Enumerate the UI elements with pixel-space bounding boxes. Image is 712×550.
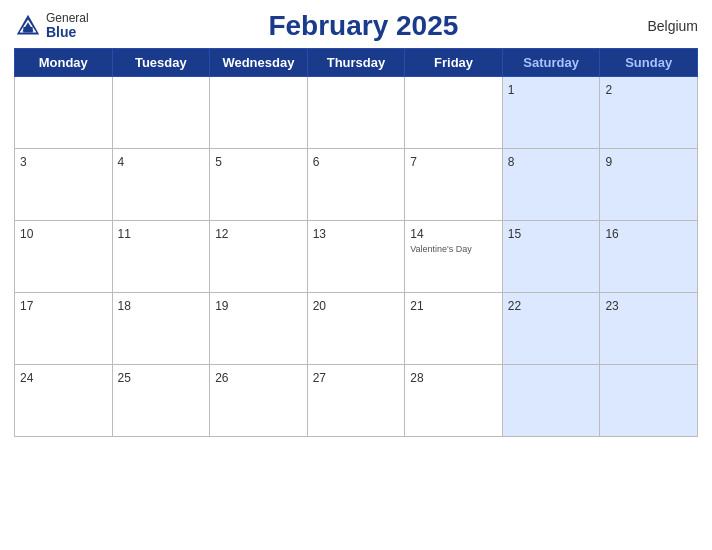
calendar-title: February 2025 xyxy=(89,10,638,42)
day-number: 14 xyxy=(410,227,423,241)
day-number: 15 xyxy=(508,227,521,241)
day-number: 16 xyxy=(605,227,618,241)
col-sunday: Sunday xyxy=(600,49,698,77)
day-number: 8 xyxy=(508,155,515,169)
week-row-5: 2425262728 xyxy=(15,365,698,437)
country-label: Belgium xyxy=(638,18,698,34)
day-number: 10 xyxy=(20,227,33,241)
day-cell[interactable]: 15 xyxy=(502,221,600,293)
day-cell[interactable]: 27 xyxy=(307,365,405,437)
day-cell[interactable]: 21 xyxy=(405,293,503,365)
logo-general-label: General xyxy=(46,12,89,25)
day-cell[interactable] xyxy=(600,365,698,437)
day-cell[interactable]: 13 xyxy=(307,221,405,293)
logo-text: General Blue xyxy=(46,12,89,41)
holiday-label: Valentine's Day xyxy=(410,244,497,254)
day-cell[interactable]: 24 xyxy=(15,365,113,437)
day-cell[interactable] xyxy=(112,77,210,149)
col-tuesday: Tuesday xyxy=(112,49,210,77)
day-cell[interactable]: 19 xyxy=(210,293,308,365)
day-cell[interactable]: 22 xyxy=(502,293,600,365)
day-number: 25 xyxy=(118,371,131,385)
day-cell[interactable]: 4 xyxy=(112,149,210,221)
col-thursday: Thursday xyxy=(307,49,405,77)
day-number: 24 xyxy=(20,371,33,385)
day-number: 18 xyxy=(118,299,131,313)
day-number: 7 xyxy=(410,155,417,169)
day-cell[interactable]: 3 xyxy=(15,149,113,221)
day-number: 28 xyxy=(410,371,423,385)
calendar-container: Monday Tuesday Wednesday Thursday Friday… xyxy=(14,48,698,540)
day-number: 11 xyxy=(118,227,131,241)
col-saturday: Saturday xyxy=(502,49,600,77)
day-cell[interactable]: 26 xyxy=(210,365,308,437)
day-cell[interactable]: 12 xyxy=(210,221,308,293)
day-number: 3 xyxy=(20,155,27,169)
day-number: 6 xyxy=(313,155,320,169)
col-wednesday: Wednesday xyxy=(210,49,308,77)
day-number: 22 xyxy=(508,299,521,313)
day-cell[interactable]: 5 xyxy=(210,149,308,221)
day-number: 2 xyxy=(605,83,612,97)
day-number: 20 xyxy=(313,299,326,313)
day-number: 1 xyxy=(508,83,515,97)
day-cell[interactable] xyxy=(307,77,405,149)
day-number: 21 xyxy=(410,299,423,313)
day-cell[interactable]: 7 xyxy=(405,149,503,221)
day-cell[interactable]: 20 xyxy=(307,293,405,365)
day-cell[interactable] xyxy=(15,77,113,149)
day-number: 13 xyxy=(313,227,326,241)
page-header: General Blue February 2025 Belgium xyxy=(14,10,698,42)
svg-rect-4 xyxy=(23,27,32,33)
day-cell[interactable]: 17 xyxy=(15,293,113,365)
day-number: 5 xyxy=(215,155,222,169)
day-cell[interactable]: 18 xyxy=(112,293,210,365)
week-row-4: 17181920212223 xyxy=(15,293,698,365)
day-cell[interactable]: 8 xyxy=(502,149,600,221)
week-row-2: 3456789 xyxy=(15,149,698,221)
day-cell[interactable]: 25 xyxy=(112,365,210,437)
week-row-3: 1011121314Valentine's Day1516 xyxy=(15,221,698,293)
day-cell[interactable] xyxy=(210,77,308,149)
day-cell[interactable]: 1 xyxy=(502,77,600,149)
day-number: 4 xyxy=(118,155,125,169)
day-cell[interactable]: 9 xyxy=(600,149,698,221)
calendar-page: General Blue February 2025 Belgium Monda… xyxy=(0,0,712,550)
day-number: 23 xyxy=(605,299,618,313)
day-cell[interactable]: 16 xyxy=(600,221,698,293)
day-number: 27 xyxy=(313,371,326,385)
col-monday: Monday xyxy=(15,49,113,77)
day-cell[interactable]: 28 xyxy=(405,365,503,437)
week-row-1: 12 xyxy=(15,77,698,149)
day-cell[interactable]: 10 xyxy=(15,221,113,293)
calendar-table: Monday Tuesday Wednesday Thursday Friday… xyxy=(14,48,698,437)
day-number: 9 xyxy=(605,155,612,169)
day-cell[interactable]: 14Valentine's Day xyxy=(405,221,503,293)
day-cell[interactable] xyxy=(405,77,503,149)
day-number: 26 xyxy=(215,371,228,385)
logo: General Blue xyxy=(14,12,89,41)
day-cell[interactable] xyxy=(502,365,600,437)
logo-blue-label: Blue xyxy=(46,25,89,40)
day-cell[interactable]: 6 xyxy=(307,149,405,221)
day-number: 19 xyxy=(215,299,228,313)
day-cell[interactable]: 11 xyxy=(112,221,210,293)
day-cell[interactable]: 23 xyxy=(600,293,698,365)
col-friday: Friday xyxy=(405,49,503,77)
day-number: 17 xyxy=(20,299,33,313)
day-cell[interactable]: 2 xyxy=(600,77,698,149)
logo-icon xyxy=(14,12,42,40)
header-row: Monday Tuesday Wednesday Thursday Friday… xyxy=(15,49,698,77)
day-number: 12 xyxy=(215,227,228,241)
